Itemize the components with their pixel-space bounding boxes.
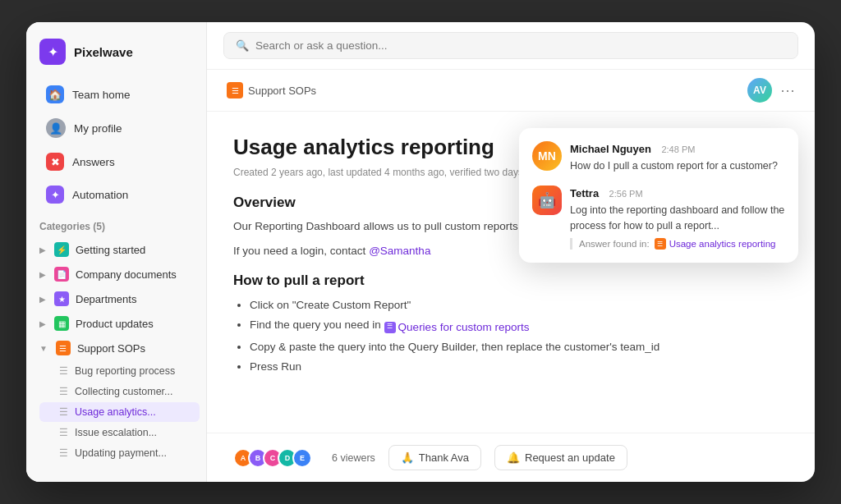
company-documents-icon: 📄 — [54, 267, 69, 282]
sub-item-issue-escalation[interactable]: ☰ Issue escalation... — [39, 423, 200, 442]
top-bar: 🔍 — [207, 22, 815, 70]
thank-icon: 🙏 — [401, 451, 414, 464]
app-name: Pixelwave — [74, 45, 133, 59]
doc-icon: ☰ — [59, 386, 68, 397]
thank-ava-button[interactable]: 🙏 Thank Ava — [388, 445, 481, 470]
viewer-avatar: E — [292, 448, 312, 468]
departments-icon: ★ — [54, 291, 69, 306]
sidebar-item-label: Answers — [72, 156, 115, 168]
sub-item-label: Usage analytics... — [75, 406, 156, 418]
chat-time-2: 2:56 PM — [609, 189, 643, 199]
sub-item-label: Bug reporting process — [75, 365, 175, 377]
category-label: Company documents — [76, 268, 177, 281]
chevron-right-icon: ▶ — [39, 270, 46, 279]
how-to-heading: How to pull a report — [233, 273, 788, 289]
article-footer: A B C D E 6 viewers 🙏 Thank Ava 🔔 Reques… — [207, 433, 815, 482]
automation-icon: ✦ — [46, 186, 64, 204]
sub-item-bug-reporting[interactable]: ☰ Bug reporting process — [39, 361, 200, 381]
step-4: Press Run — [250, 357, 788, 377]
chat-source-label: Answer found in: — [579, 239, 650, 249]
search-icon: 🔍 — [236, 39, 249, 52]
chat-time-1: 2:48 PM — [661, 144, 695, 154]
chat-avatar-user1: MN — [532, 141, 562, 171]
sidebar-item-answers[interactable]: ✖ Answers — [33, 146, 200, 177]
sidebar-item-label: Automation — [72, 189, 128, 201]
main-content: 🔍 ☰ Support SOPs AV ⋯ Usage analytics re — [207, 22, 815, 482]
chevron-right-icon: ▶ — [39, 295, 46, 304]
chat-source-link[interactable]: ☰ Usage analytics reporting — [655, 238, 776, 250]
chevron-right-icon: ▶ — [39, 319, 46, 328]
step-1: Click on "Create Custom Report" — [250, 296, 788, 315]
doc-icon: ☰ — [59, 406, 68, 418]
sidebar: ✦ Pixelwave 🏠 Team home 👤 My profile ✖ A… — [26, 22, 207, 482]
category-label: Departments — [76, 293, 136, 305]
categories-header: Categories (5) — [26, 211, 206, 237]
category-departments[interactable]: ▶ ★ Departments — [26, 286, 206, 311]
source-doc-icon: ☰ — [655, 238, 666, 250]
sub-item-updating-payment[interactable]: ☰ Updating payment... — [39, 443, 200, 463]
team-home-icon: 🏠 — [46, 85, 64, 103]
chat-avatar-bot: 🤖 — [532, 186, 562, 215]
steps-list: Click on "Create Custom Report" Find the… — [233, 296, 788, 377]
step-2: Find the query you need in ☰ Queries for… — [250, 315, 788, 337]
product-updates-icon: ▦ — [54, 316, 69, 331]
category-label: Getting started — [76, 244, 145, 256]
request-update-button[interactable]: 🔔 Request an update — [494, 445, 627, 470]
sidebar-item-team-home[interactable]: 🏠 Team home — [33, 79, 200, 110]
step-3: Copy & paste the query into the Query Bu… — [250, 337, 788, 357]
logo-area: ✦ Pixelwave — [26, 35, 206, 78]
app-logo: ✦ — [39, 39, 66, 65]
breadcrumb: ☰ Support SOPs — [227, 82, 316, 99]
sub-item-label: Collecting customer... — [75, 386, 173, 397]
queries-link[interactable]: ☰ Queries for custom reports — [384, 318, 530, 337]
breadcrumb-title: Support SOPs — [248, 85, 316, 97]
breadcrumb-actions: AV ⋯ — [747, 78, 795, 103]
sidebar-item-label: My profile — [74, 122, 122, 135]
support-sops-icon: ☰ — [56, 341, 71, 355]
category-label: Support SOPs — [77, 342, 145, 355]
category-support-sops[interactable]: ▼ ☰ Support SOPs — [26, 336, 206, 360]
sidebar-item-label: Team home — [72, 89, 131, 101]
bell-icon: 🔔 — [507, 451, 520, 464]
sidebar-item-automation[interactable]: ✦ Automation — [33, 179, 200, 210]
thank-label: Thank Ava — [419, 451, 469, 464]
chat-body-1: Michael Nguyen 2:48 PM How do I pull a c… — [570, 141, 785, 174]
chat-text-1: How do I pull a custom report for a cust… — [570, 158, 785, 174]
sub-item-collecting-customer[interactable]: ☰ Collecting customer... — [39, 382, 200, 401]
doc-inline-icon: ☰ — [384, 322, 396, 333]
sidebar-item-my-profile[interactable]: 👤 My profile — [33, 112, 200, 144]
chat-text-2: Log into the reporting dashboard and fol… — [570, 203, 785, 234]
category-label: Product updates — [76, 318, 154, 330]
chevron-down-icon: ▼ — [39, 344, 48, 353]
search-box[interactable]: 🔍 — [223, 32, 798, 59]
search-input[interactable] — [255, 39, 786, 52]
getting-started-icon: ⚡ — [54, 242, 69, 257]
chat-name-2: Tettra — [570, 187, 599, 199]
contact-link[interactable]: @Samantha — [369, 245, 430, 257]
chat-body-2: Tettra 2:56 PM Log into the reporting da… — [570, 186, 785, 250]
sub-item-label: Updating payment... — [75, 447, 167, 459]
chevron-right-icon: ▶ — [39, 245, 46, 254]
more-options-button[interactable]: ⋯ — [780, 81, 795, 99]
my-profile-icon: 👤 — [46, 118, 66, 138]
category-getting-started[interactable]: ▶ ⚡ Getting started — [26, 237, 206, 262]
doc-icon: ☰ — [59, 447, 68, 459]
chat-popup: MN Michael Nguyen 2:48 PM How do I pull … — [519, 128, 798, 263]
category-product-updates[interactable]: ▶ ▦ Product updates — [26, 311, 206, 336]
doc-icon: ☰ — [59, 365, 68, 377]
sub-item-usage-analytics[interactable]: ☰ Usage analytics... — [39, 402, 200, 422]
category-company-documents[interactable]: ▶ 📄 Company documents — [26, 262, 206, 286]
user-avatar: AV — [747, 78, 772, 103]
answers-icon: ✖ — [46, 153, 64, 171]
article-area: Usage analytics reporting Created 2 year… — [207, 112, 815, 433]
viewers-avatars: A B C D E — [233, 448, 312, 468]
chat-source: Answer found in: ☰ Usage analytics repor… — [570, 238, 785, 250]
chat-name-1: Michael Nguyen — [570, 143, 651, 155]
request-label: Request an update — [525, 451, 615, 464]
breadcrumb-icon: ☰ — [227, 82, 243, 99]
sub-item-label: Issue escalation... — [75, 427, 157, 438]
doc-icon: ☰ — [59, 427, 68, 438]
viewers-count: 6 viewers — [332, 452, 375, 464]
chat-message-2: 🤖 Tettra 2:56 PM Log into the reporting … — [532, 186, 785, 250]
sub-items-list: ☰ Bug reporting process ☰ Collecting cus… — [26, 360, 206, 464]
